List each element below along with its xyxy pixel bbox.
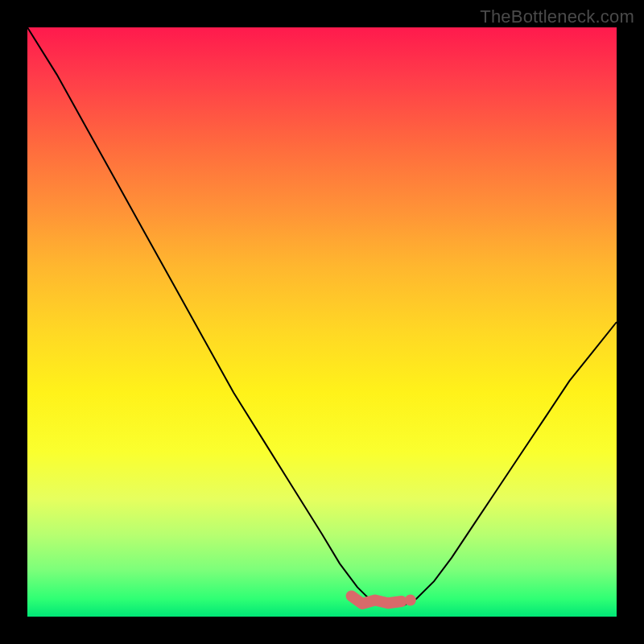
plot-area bbox=[27, 27, 617, 617]
chart-frame: TheBottleneck.com bbox=[0, 0, 644, 644]
watermark-text: TheBottleneck.com bbox=[480, 6, 634, 27]
